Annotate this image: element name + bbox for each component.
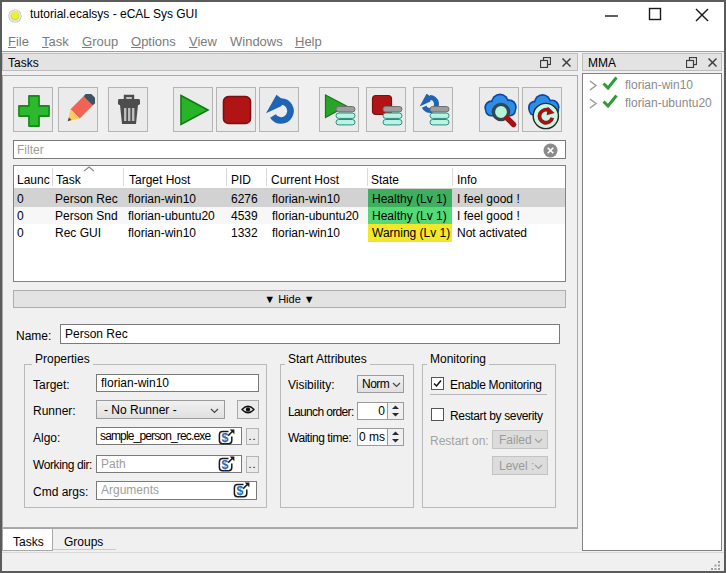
svg-text:$: $ — [236, 484, 243, 498]
svg-text:$: $ — [221, 458, 228, 472]
svg-text:$: $ — [221, 431, 228, 445]
